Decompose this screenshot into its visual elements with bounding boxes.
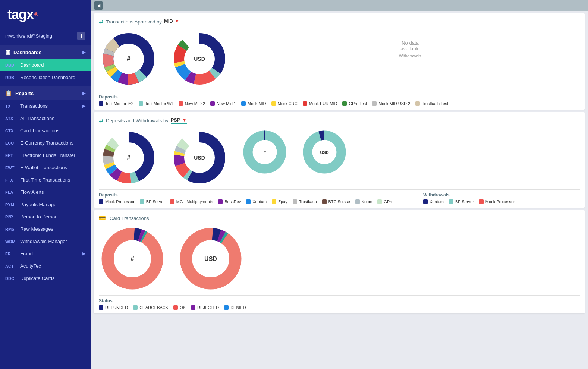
- deposits-usd-label: USD: [194, 155, 205, 161]
- panel-title-approved: Transactions Approved by: [106, 19, 162, 25]
- sidebar-collapse-button[interactable]: ◀: [94, 1, 103, 10]
- nav-reports-section: 📋 Reports ▶ TX Transactions ▶ ATX All Tr…: [0, 85, 91, 286]
- label-bp-server-dep: BP Server: [146, 199, 165, 204]
- reports-arrow-icon: ▶: [82, 91, 85, 96]
- mid-filter-dropdown[interactable]: MID ▼: [164, 18, 180, 25]
- dw-legends-row: Deposits Mock Processor BP Server MG: [99, 189, 580, 204]
- legend-rejected: REJECTED: [191, 305, 219, 310]
- legend-new-mid-1: New Mid 1: [210, 101, 236, 106]
- sidebar-item-ftx[interactable]: FTX First Time Transactions: [0, 174, 91, 186]
- nav-label-atx: All Transactions: [20, 116, 85, 121]
- label-ok: OK: [180, 305, 186, 310]
- user-settings-icon[interactable]: ⬇: [77, 32, 85, 40]
- fr-arrow-icon: ▶: [82, 251, 85, 256]
- sidebar-item-tx[interactable]: TX Transactions ▶: [0, 100, 91, 112]
- sidebar-item-fr[interactable]: FR Fraud ▶: [0, 247, 91, 260]
- label-bp-server-wdw: BP Server: [455, 199, 474, 204]
- nav-code-p2p: P2P: [5, 215, 19, 219]
- sidebar-item-pym[interactable]: PYM Payouts Manager: [0, 198, 91, 211]
- nav-code-atx: ATX: [5, 116, 19, 121]
- sidebar-item-ddc[interactable]: DDC Duplicate Cards: [0, 272, 91, 284]
- nav-label-tx: Transactions: [20, 103, 81, 109]
- legend-label-test-mid-2: Test Mid for %2: [105, 101, 133, 106]
- nav-label-ecu: E-Currency Transactions: [20, 140, 85, 146]
- status-legend-items: REFUNDED CHARGEBACK OK REJECTED: [99, 305, 580, 310]
- panel-header-card: 💳 Card Transactions: [99, 215, 580, 221]
- legend-dot-mock-crc: [271, 101, 276, 106]
- dot-refunded: [99, 305, 103, 310]
- label-btc-suisse-dep: BTC Suisse: [328, 199, 350, 204]
- sidebar-item-p2p[interactable]: P2P Person to Person: [0, 211, 91, 223]
- panel-card-transactions: 💳 Card Transactions #: [94, 210, 585, 313]
- withdrawals-legend-items: Xentum BP Server Mock Processor: [423, 199, 580, 204]
- logo-registered: ®: [34, 12, 38, 18]
- legend-chargeback: CHARGEBACK: [133, 305, 168, 310]
- dot-bp-server-wdw: [449, 199, 453, 204]
- sidebar-item-atx[interactable]: ATX All Transactions: [0, 112, 91, 124]
- label-denied: DENIED: [230, 305, 246, 310]
- legend-label-new-mid-1: New Mid 1: [217, 101, 236, 106]
- nav-code-fla: FLA: [5, 190, 19, 195]
- legend-dot-mock-mid: [241, 101, 246, 106]
- logo-name: tagx: [7, 7, 34, 22]
- label-mock-processor-dep: Mock Processor: [105, 199, 135, 204]
- card-charts-row: # USD: [99, 225, 580, 292]
- sidebar-item-fla[interactable]: FLA Flow Alerts: [0, 186, 91, 198]
- legend-new-mid-2: New MID 2: [179, 101, 205, 106]
- dot-btc-suisse-dep: [322, 199, 327, 204]
- sidebar-item-ewt[interactable]: EWT E-Wallet Transactions: [0, 161, 91, 174]
- deposits-legend-items: Mock Processor BP Server MG - Multipayme…: [99, 199, 412, 204]
- dot-chargeback: [133, 305, 138, 310]
- sidebar-item-eft[interactable]: EFT Electronic Funds Transfer: [0, 149, 91, 161]
- sidebar-item-act[interactable]: ACT AcuityTec: [0, 260, 91, 272]
- legend-test-mid-2: Test Mid for %2: [99, 101, 133, 106]
- deposits-legend: Deposits Mock Processor BP Server MG: [99, 192, 412, 204]
- withdrawals-usd-label: USD: [320, 150, 328, 155]
- sidebar-item-dbd[interactable]: DBD Dashboard: [0, 59, 91, 71]
- logo-area: tagx ®: [0, 0, 91, 28]
- sidebar-item-rdb[interactable]: RDB Reconciliation Dashboard: [0, 71, 91, 83]
- legend-label-mock-crc: Mock CRC: [278, 101, 298, 106]
- usd-label: USD: [194, 56, 205, 62]
- nav-code-pym: PYM: [5, 202, 19, 207]
- nav-label-dbd: Dashboard: [20, 62, 85, 68]
- legend-mg-dep: MG - Multipayments: [170, 199, 213, 204]
- legend-label-new-mid-2: New MID 2: [185, 101, 205, 106]
- card-count-donut: #: [99, 225, 166, 292]
- approved-legend-items: Test Mid for %2 Test Mid for %1 New MID …: [99, 101, 580, 106]
- nav-section-dashboards[interactable]: ▦ Dashboards ▶: [0, 45, 91, 59]
- dot-zpay-dep: [272, 199, 276, 204]
- sidebar-item-rms[interactable]: RMS Raw Messages: [0, 223, 91, 235]
- label-mock-processor-wdw: Mock Processor: [485, 199, 515, 204]
- sidebar-item-ecu[interactable]: ECU E-Currency Transactions: [0, 137, 91, 149]
- nav-label-ddc: Duplicate Cards: [20, 275, 85, 281]
- legend-xentum-dep: Xentum: [246, 199, 267, 204]
- dot-xoom-dep: [355, 199, 360, 204]
- legend-bp-server-wdw: BP Server: [449, 199, 474, 204]
- legend-zpay-dep: Zpay: [272, 199, 287, 204]
- sidebar-item-wdm[interactable]: WDM Withdrawals Manager: [0, 235, 91, 247]
- nav-code-ctx: CTX: [5, 129, 19, 133]
- legend-label-test-mid-1: Test Mid for %1: [145, 101, 173, 106]
- nav-label-fla: Flow Alerts: [20, 189, 85, 195]
- legend-dot-mock-eur-mid: [303, 101, 307, 106]
- nav-reports-label: Reports: [15, 91, 81, 96]
- nav-code-ecu: ECU: [5, 141, 19, 145]
- panel-title-card: Card Transactions: [110, 215, 149, 221]
- legend-mock-processor-dep: Mock Processor: [99, 199, 135, 204]
- dashboards-arrow-icon: ▶: [82, 50, 85, 55]
- dot-mock-processor-wdw: [479, 199, 484, 204]
- approved-usd-donut: USD: [170, 29, 229, 89]
- withdrawals-usd-chart: USD: [300, 128, 349, 176]
- panel-transactions-approved: ⇄ Transactions Approved by MID ▼: [94, 13, 585, 110]
- legend-dot-new-mid-2: [179, 101, 183, 106]
- psp-filter-dropdown[interactable]: PSP ▼: [171, 117, 187, 124]
- approved-count-chart: #: [99, 29, 158, 89]
- nav-code-dbd: DBD: [5, 63, 19, 67]
- nav-code-ddc: DDC: [5, 276, 19, 281]
- nav-label-pym: Payouts Manager: [20, 202, 85, 207]
- sidebar-item-ctx[interactable]: CTX Card Transactions: [0, 124, 91, 137]
- legend-label-mock-mid-usd-2: Mock MID USD 2: [378, 101, 410, 106]
- label-trustkash-dep: Trustkash: [299, 199, 317, 204]
- nav-section-reports[interactable]: 📋 Reports ▶: [0, 86, 91, 100]
